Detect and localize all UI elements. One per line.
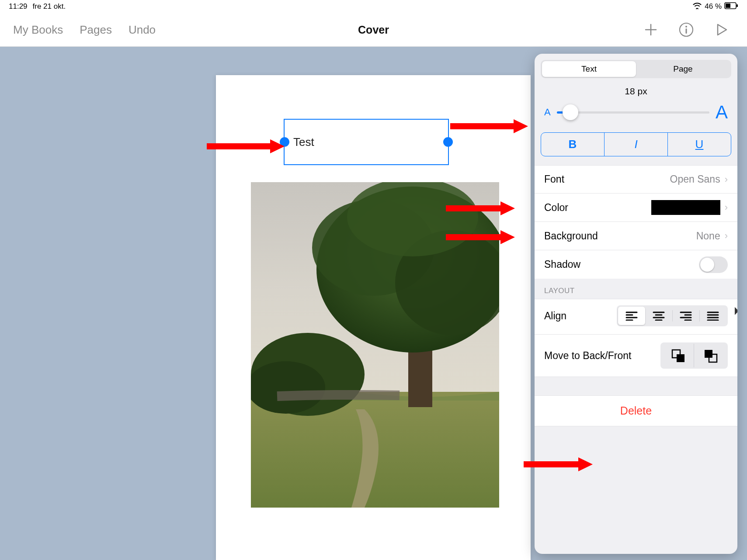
tab-page[interactable]: Page xyxy=(636,61,730,77)
font-size-label: 18 px xyxy=(535,83,737,98)
svg-rect-2 xyxy=(737,4,738,7)
selected-textbox[interactable]: Test xyxy=(284,119,449,165)
shadow-label: Shadow xyxy=(544,259,580,270)
popover-arrow-icon xyxy=(694,54,708,55)
move-to-front-button[interactable] xyxy=(694,344,726,367)
align-right-button[interactable] xyxy=(672,307,699,325)
color-label: Color xyxy=(544,202,568,214)
canvas[interactable]: Test xyxy=(0,47,747,560)
inspector-popover: Text Page 18 px A A B I U Font Open Sans… xyxy=(535,54,737,554)
layout-header: LAYOUT xyxy=(535,279,737,299)
background-label: Background xyxy=(544,230,598,242)
font-row[interactable]: Font Open Sans› xyxy=(535,165,737,194)
background-value: None xyxy=(696,230,720,242)
svg-point-4 xyxy=(685,26,687,28)
align-justify-button[interactable] xyxy=(699,307,726,325)
status-time: 11:29 xyxy=(9,2,28,11)
slider-thumb[interactable] xyxy=(563,104,578,120)
svg-rect-5 xyxy=(686,28,687,34)
italic-button[interactable]: I xyxy=(605,133,668,156)
inspector-tabs: Text Page xyxy=(541,60,731,78)
align-center-button[interactable] xyxy=(645,307,672,325)
color-swatch xyxy=(651,200,720,215)
info-icon[interactable] xyxy=(678,22,694,38)
nav-my-books[interactable]: My Books xyxy=(13,23,63,37)
toolbar: My Books Pages Undo Cover xyxy=(0,13,747,47)
color-row[interactable]: Color › xyxy=(535,194,737,222)
annotation-arrow xyxy=(446,228,516,246)
battery-icon xyxy=(724,2,738,11)
play-icon[interactable] xyxy=(714,22,730,38)
font-size-slider[interactable] xyxy=(557,111,709,114)
background-row[interactable]: Background None› xyxy=(535,222,737,250)
nav-pages[interactable]: Pages xyxy=(80,23,112,37)
font-label: Font xyxy=(544,173,564,185)
chevron-right-icon: › xyxy=(725,230,728,242)
move-row: Move to Back/Front xyxy=(535,335,737,377)
tab-text[interactable]: Text xyxy=(542,61,636,77)
align-left-button[interactable] xyxy=(618,307,645,325)
add-icon[interactable] xyxy=(643,22,659,38)
overflow-arrow-icon xyxy=(735,307,737,315)
font-value: Open Sans xyxy=(670,173,720,185)
font-size-large-icon: A xyxy=(716,102,728,123)
svg-rect-1 xyxy=(726,3,730,8)
battery-percent: 46 % xyxy=(705,2,722,11)
page-title: Cover xyxy=(358,24,389,36)
wifi-icon xyxy=(692,2,702,11)
align-row: Align xyxy=(535,299,737,335)
annotation-arrow xyxy=(450,118,529,135)
underline-button[interactable]: U xyxy=(668,133,731,156)
nav-undo[interactable]: Undo xyxy=(129,23,156,37)
chevron-right-icon: › xyxy=(725,174,728,185)
annotation-arrow xyxy=(446,200,516,217)
shadow-toggle[interactable] xyxy=(699,256,728,273)
annotation-arrow xyxy=(207,138,285,155)
status-date: fre 21 okt. xyxy=(33,2,66,11)
font-size-small-icon: A xyxy=(544,107,551,118)
status-bar: 11:29 fre 21 okt. 46 % xyxy=(0,0,747,13)
move-to-back-button[interactable] xyxy=(662,344,694,367)
text-style-group: B I U xyxy=(541,132,731,156)
delete-button[interactable]: Delete xyxy=(535,395,737,426)
svg-rect-32 xyxy=(677,354,684,362)
move-label: Move to Back/Front xyxy=(544,350,631,362)
shadow-row: Shadow xyxy=(535,250,737,279)
textbox-content: Test xyxy=(293,135,314,149)
svg-rect-34 xyxy=(705,350,712,358)
resize-handle-right[interactable] xyxy=(443,137,453,147)
delete-label: Delete xyxy=(620,404,652,417)
align-label: Align xyxy=(544,310,566,322)
chevron-right-icon: › xyxy=(725,202,728,213)
annotation-arrow xyxy=(524,456,594,473)
bold-button[interactable]: B xyxy=(541,133,605,156)
